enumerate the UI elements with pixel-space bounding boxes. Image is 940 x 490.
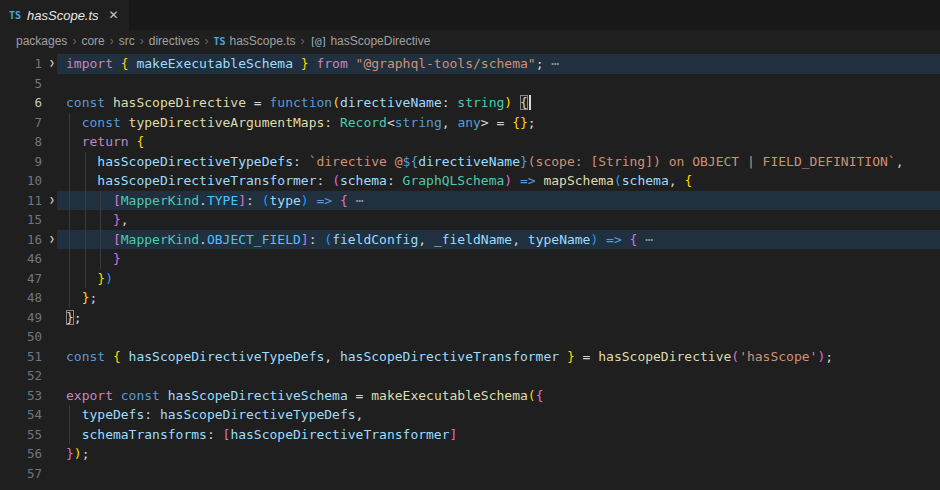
code-line-48[interactable]: 48 }; bbox=[0, 288, 940, 308]
code-line-57[interactable]: 57 bbox=[0, 464, 940, 484]
code-line-16[interactable]: 16❯ [MapperKind.OBJECT_FIELD]: (fieldCon… bbox=[0, 230, 940, 250]
code-text: return { bbox=[66, 132, 144, 152]
code-line-50[interactable]: 50 bbox=[0, 327, 940, 347]
breadcrumb-label: hasScopeDirective bbox=[330, 34, 430, 48]
line-number: 16 bbox=[0, 230, 42, 250]
breadcrumb-item-directives[interactable]: directives bbox=[149, 34, 200, 48]
line-number: 56 bbox=[0, 444, 42, 464]
tab-hasscope[interactable]: TS hasScope.ts ✕ bbox=[0, 0, 129, 30]
code-text: }; bbox=[66, 308, 82, 328]
breadcrumb-label: packages bbox=[16, 34, 67, 48]
typescript-file-icon: TS bbox=[213, 36, 225, 47]
breadcrumb-separator-icon: › bbox=[296, 34, 310, 48]
line-number: 55 bbox=[0, 425, 42, 445]
vscode-window: TS hasScope.ts ✕ packages›core›src›direc… bbox=[0, 0, 940, 490]
code-line-49[interactable]: 49}; bbox=[0, 308, 940, 328]
code-text: }) bbox=[66, 269, 113, 289]
line-number: 6 bbox=[0, 93, 42, 113]
code-text: hasScopeDirectiveTransformer: (schema: G… bbox=[66, 171, 692, 191]
symbol-variable-icon: [@] bbox=[310, 35, 327, 48]
line-number: 49 bbox=[0, 308, 42, 328]
code-line-11[interactable]: 11❯ [MapperKind.TYPE]: (type) => { ⋯ bbox=[0, 191, 940, 211]
code-text: }; bbox=[66, 288, 97, 308]
line-number: 8 bbox=[0, 132, 42, 152]
breadcrumb-label: core bbox=[81, 34, 104, 48]
text-cursor bbox=[529, 95, 531, 110]
breadcrumb-item-packages[interactable]: packages bbox=[16, 34, 67, 48]
code-text: export const hasScopeDirectiveSchema = m… bbox=[66, 386, 543, 406]
breadcrumb-item-hasscope-ts[interactable]: TShasScope.ts bbox=[213, 34, 295, 48]
breadcrumb: packages›core›src›directives›TShasScope.… bbox=[0, 30, 940, 52]
line-number: 50 bbox=[0, 327, 42, 347]
line-number: 53 bbox=[0, 386, 42, 406]
tab-bar: TS hasScope.ts ✕ bbox=[0, 0, 940, 30]
line-number: 11 bbox=[0, 191, 42, 211]
code-text: }); bbox=[66, 444, 89, 464]
line-number: 57 bbox=[0, 464, 42, 484]
line-number: 9 bbox=[0, 152, 42, 172]
code-line-8[interactable]: 8 return { bbox=[0, 132, 940, 152]
line-number: 5 bbox=[0, 74, 42, 94]
fold-chevron-icon[interactable]: ❯ bbox=[46, 54, 58, 74]
code-line-7[interactable]: 7 const typeDirectiveArgumentMaps: Recor… bbox=[0, 113, 940, 133]
line-number: 52 bbox=[0, 366, 42, 386]
typescript-file-icon: TS bbox=[9, 10, 21, 21]
code-text: hasScopeDirectiveTypeDefs: `directive @$… bbox=[66, 152, 903, 172]
line-number: 7 bbox=[0, 113, 42, 133]
code-text: const { hasScopeDirectiveTypeDefs, hasSc… bbox=[66, 347, 833, 367]
line-number: 46 bbox=[0, 249, 42, 269]
code-line-55[interactable]: 55 schemaTransforms: [hasScopeDirectiveT… bbox=[0, 425, 940, 445]
line-number: 47 bbox=[0, 269, 42, 289]
code-line-6[interactable]: 6const hasScopeDirective = function(dire… bbox=[0, 93, 940, 113]
close-icon[interactable]: ✕ bbox=[109, 8, 119, 22]
code-text: [MapperKind.OBJECT_FIELD]: (fieldConfig,… bbox=[66, 230, 653, 250]
code-text: } bbox=[66, 249, 121, 269]
fold-chevron-icon[interactable]: ❯ bbox=[46, 191, 58, 211]
breadcrumb-label: directives bbox=[149, 34, 200, 48]
breadcrumb-item-core[interactable]: core bbox=[81, 34, 104, 48]
code-text: import { makeExecutableSchema } from "@g… bbox=[66, 54, 559, 74]
code-editor[interactable]: 1❯import { makeExecutableSchema } from "… bbox=[0, 52, 940, 490]
code-line-9[interactable]: 9 hasScopeDirectiveTypeDefs: `directive … bbox=[0, 152, 940, 172]
breadcrumb-separator-icon: › bbox=[67, 34, 81, 48]
code-text: const typeDirectiveArgumentMaps: Record<… bbox=[66, 113, 536, 133]
code-line-15[interactable]: 15 }, bbox=[0, 210, 940, 230]
breadcrumb-item-src[interactable]: src bbox=[119, 34, 135, 48]
code-text: schemaTransforms: [hasScopeDirectiveTran… bbox=[66, 425, 457, 445]
breadcrumb-label: src bbox=[119, 34, 135, 48]
code-text: }, bbox=[66, 210, 129, 230]
line-number: 54 bbox=[0, 405, 42, 425]
breadcrumb-label: hasScope.ts bbox=[229, 34, 295, 48]
line-number: 15 bbox=[0, 210, 42, 230]
breadcrumb-item-hasscopedirective[interactable]: [@]hasScopeDirective bbox=[310, 34, 431, 48]
code-line-46[interactable]: 46 } bbox=[0, 249, 940, 269]
code-line-52[interactable]: 52 bbox=[0, 366, 940, 386]
code-line-10[interactable]: 10 hasScopeDirectiveTransformer: (schema… bbox=[0, 171, 940, 191]
code-line-56[interactable]: 56}); bbox=[0, 444, 940, 464]
line-number: 1 bbox=[0, 54, 42, 74]
code-line-47[interactable]: 47 }) bbox=[0, 269, 940, 289]
breadcrumb-separator-icon: › bbox=[105, 34, 119, 48]
code-line-51[interactable]: 51const { hasScopeDirectiveTypeDefs, has… bbox=[0, 347, 940, 367]
line-number: 48 bbox=[0, 288, 42, 308]
code-text: const hasScopeDirective = function(direc… bbox=[66, 93, 531, 113]
fold-chevron-icon[interactable]: ❯ bbox=[46, 230, 58, 250]
code-text: [MapperKind.TYPE]: (type) => { ⋯ bbox=[66, 191, 363, 211]
line-number: 10 bbox=[0, 171, 42, 191]
tab-label: hasScope.ts bbox=[27, 8, 99, 23]
code-line-1[interactable]: 1❯import { makeExecutableSchema } from "… bbox=[0, 54, 940, 74]
code-line-53[interactable]: 53export const hasScopeDirectiveSchema =… bbox=[0, 386, 940, 406]
line-number: 51 bbox=[0, 347, 42, 367]
breadcrumb-separator-icon: › bbox=[135, 34, 149, 48]
code-line-5[interactable]: 5 bbox=[0, 74, 940, 94]
code-line-54[interactable]: 54 typeDefs: hasScopeDirectiveTypeDefs, bbox=[0, 405, 940, 425]
code-text: typeDefs: hasScopeDirectiveTypeDefs, bbox=[66, 405, 363, 425]
breadcrumb-separator-icon: › bbox=[199, 34, 213, 48]
